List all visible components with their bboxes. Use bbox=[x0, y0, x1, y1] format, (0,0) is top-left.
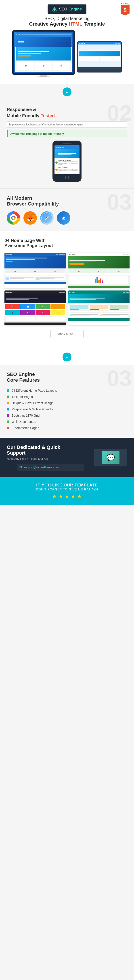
thumb3-hero bbox=[5, 294, 66, 303]
thumb3-wrap: SEO Engine 🎯 📊 🌍 ⚙️ 📱 💡 bbox=[5, 291, 66, 325]
thumb1-fbox1 bbox=[5, 269, 25, 274]
feature-item-5: Bootstrap 1170 Grid bbox=[7, 412, 127, 418]
thumb1-features bbox=[5, 269, 66, 275]
section5-content: SEO Engine Core Features 04 Different Ho… bbox=[7, 371, 127, 431]
feature-item-3: Unique & Pixel Perfect Design bbox=[7, 400, 127, 406]
support-subtitle: Need Any Help? Please Mail Us bbox=[7, 457, 94, 460]
thumb1-s2item1 bbox=[5, 276, 35, 281]
monitor-frame bbox=[12, 30, 75, 75]
star-5: ★ bbox=[77, 493, 82, 500]
t4l1 bbox=[73, 314, 98, 315]
feature-text-2: 12 Inner Pages bbox=[11, 395, 33, 399]
thumb4-hero bbox=[68, 294, 129, 303]
thumb2-nav: SEO Engine bbox=[68, 253, 129, 256]
phone-item2-text: Web Analytics Finally found the real to … bbox=[58, 167, 79, 173]
section2-title: Responsive & Mobile Friendly Tested bbox=[7, 106, 127, 119]
thumb4-navlink2 bbox=[126, 292, 129, 293]
support-icon: 💬 bbox=[102, 451, 119, 464]
thumb1-fbox3 bbox=[45, 269, 65, 274]
nav-dot1 bbox=[16, 34, 17, 35]
thumb1-navlink1 bbox=[56, 254, 58, 255]
thumb3-colorful-grid: 🎯 📊 🌍 ⚙️ 📱 💡 🔍 ⭐ bbox=[5, 303, 66, 316]
feature-bullet-5 bbox=[7, 414, 10, 417]
thumb2-wrap: SEO Engine bbox=[68, 253, 129, 288]
star-3: ★ bbox=[65, 493, 69, 500]
nav-dot3 bbox=[19, 34, 20, 35]
screen-nav bbox=[15, 33, 72, 36]
thumb3-sq6: 💡 bbox=[20, 310, 35, 315]
thumb3-sq8: ⭐ bbox=[50, 310, 65, 315]
thumb2-footer bbox=[68, 286, 129, 288]
chrome-icon bbox=[7, 211, 20, 225]
thumb2-hero bbox=[68, 256, 129, 269]
feature-text-1: 04 Different Home Page Layouts bbox=[11, 389, 57, 392]
hero-title-line1: SEO, Digital Marketing bbox=[5, 16, 129, 21]
feature-bullet-4 bbox=[7, 408, 10, 410]
page-thumb-4: SEO Engine bbox=[68, 291, 129, 325]
thumb2-feature-row bbox=[69, 269, 129, 274]
phone-speaker bbox=[63, 143, 71, 144]
desktop-monitor bbox=[12, 30, 75, 77]
hero-line-sub bbox=[18, 53, 41, 54]
page-thumb-3: SEO Engine 🎯 📊 🌍 ⚙️ 📱 💡 bbox=[5, 291, 66, 325]
thumb1-navlinks bbox=[56, 254, 65, 255]
thumb2-fdot1 bbox=[78, 271, 79, 272]
nav-item bbox=[62, 41, 65, 42]
thumb3-sq7: 🔍 bbox=[36, 310, 50, 315]
chevron-button-2[interactable]: ⌄ bbox=[63, 353, 71, 361]
section4-title: 04 Home page With Awesome Page Layout bbox=[5, 238, 129, 248]
thumb4-wrap: SEO Engine bbox=[68, 291, 129, 321]
support-email: ✉ support@radiustheme.com bbox=[17, 464, 84, 471]
feature-item-6: Well Documented bbox=[7, 418, 127, 425]
feature-icon bbox=[61, 65, 62, 67]
thumb3-section2 bbox=[5, 316, 66, 323]
section5-subtitle: Core Features bbox=[7, 377, 127, 383]
laptop-logo: SEO Engine bbox=[79, 43, 85, 44]
browser-icons: 🦊 e bbox=[7, 211, 127, 225]
lscreen-card2 bbox=[100, 57, 120, 61]
thumb2-chart-area bbox=[69, 276, 129, 285]
feature-box2 bbox=[35, 61, 52, 70]
pages-grid: SEO Engine bbox=[5, 253, 129, 325]
logo-icon bbox=[52, 7, 57, 11]
section2-accent: Tested bbox=[40, 113, 55, 118]
phone-hero-line1 bbox=[58, 153, 76, 154]
support-inner: Our Dedicated & Quick Support Need Any H… bbox=[7, 444, 127, 471]
logo-text: SEO Engine bbox=[59, 7, 82, 11]
hero-section: SEO, Digital Marketing Creative Agency H… bbox=[0, 16, 134, 84]
feature-box3 bbox=[53, 61, 70, 70]
feature-icon bbox=[25, 65, 27, 67]
chevron-button-1[interactable]: ⌄ bbox=[63, 88, 71, 96]
laptop-display: SEO Engine bbox=[77, 41, 122, 75]
monitor-screen bbox=[14, 32, 73, 73]
hero-title-line2: Creative Agency HTML Template bbox=[5, 21, 129, 27]
support-left: Our Dedicated & Quick Support Need Any H… bbox=[7, 444, 94, 471]
thumb1-wrap: SEO Engine bbox=[5, 253, 66, 284]
thumb3-box1 bbox=[5, 317, 35, 321]
phone-home-btn bbox=[65, 176, 69, 179]
thumb1-line4 bbox=[40, 278, 55, 279]
thumb1-line1 bbox=[10, 277, 34, 278]
phone-logo: SEO Engine bbox=[55, 146, 64, 148]
phone-item1: Keyword Targeting Finally found the real… bbox=[55, 159, 79, 166]
more-btn[interactable]: Many More ... bbox=[50, 329, 84, 338]
hero-title: SEO, Digital Marketing Creative Agency H… bbox=[5, 16, 129, 27]
thumb4-navlinks bbox=[123, 292, 129, 293]
thumb2-chart bbox=[95, 277, 103, 283]
html5-label-area: HTML 5 bbox=[121, 2, 129, 16]
feature-list: 04 Different Home Page Layouts 12 Inner … bbox=[7, 387, 127, 431]
thumb1-img1 bbox=[6, 277, 10, 280]
feature-bullet-6 bbox=[7, 420, 10, 423]
thumb4-pimg1 bbox=[70, 305, 88, 309]
feature-text-4: Responsive & Mobile Friendly bbox=[11, 407, 53, 411]
laptop-body bbox=[78, 45, 121, 67]
monitor-display: SEO Engine bbox=[5, 30, 129, 77]
svg-point-2 bbox=[54, 10, 55, 11]
thumb3-footer bbox=[5, 323, 66, 325]
nav-item bbox=[58, 41, 61, 42]
thumb4-pprice2 bbox=[90, 309, 99, 310]
star-4: ★ bbox=[71, 493, 76, 500]
laptop-frame: SEO Engine bbox=[77, 41, 122, 73]
ie-letter: e bbox=[62, 215, 65, 221]
thumb3-navlinks bbox=[59, 292, 65, 293]
